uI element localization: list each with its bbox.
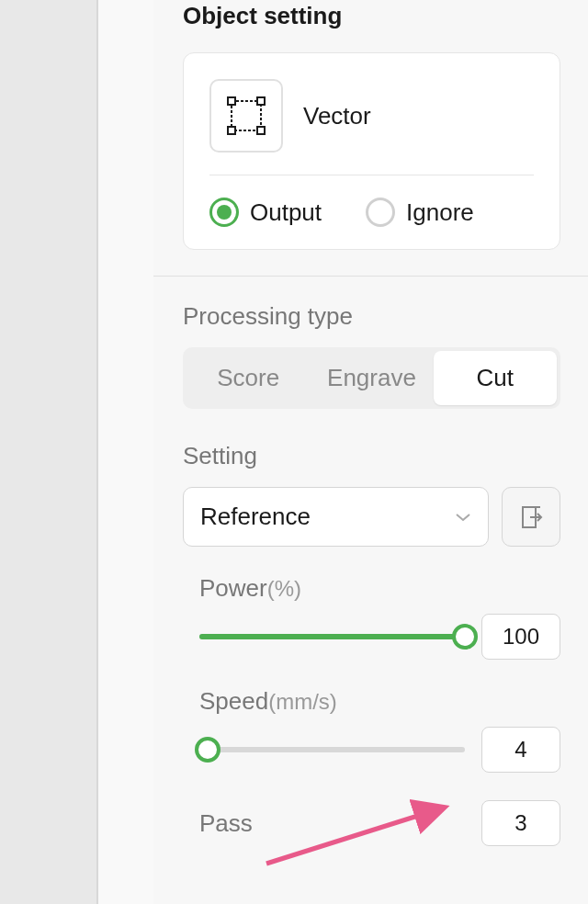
- svg-rect-1: [228, 97, 235, 105]
- speed-unit: (mm/s): [268, 689, 337, 715]
- power-slider[interactable]: [199, 634, 465, 639]
- vector-icon: [226, 96, 266, 136]
- pass-value[interactable]: 3: [481, 800, 560, 846]
- export-icon: [517, 503, 545, 531]
- radio-output-label: Output: [250, 198, 322, 227]
- reference-dropdown[interactable]: Reference: [183, 487, 489, 547]
- power-label-row: Power (%): [199, 574, 560, 603]
- pass-row: Pass 3: [199, 800, 560, 846]
- chevron-down-icon: [455, 513, 471, 522]
- radio-output[interactable]: Output: [209, 198, 322, 227]
- vector-icon-box[interactable]: [209, 79, 283, 153]
- speed-slider[interactable]: [199, 747, 465, 752]
- radio-ignore-circle: [366, 198, 395, 227]
- speed-slider-thumb[interactable]: [195, 737, 220, 763]
- output-mode-group: Output Ignore: [209, 175, 534, 227]
- radio-output-dot: [217, 205, 232, 220]
- vector-label: Vector: [303, 102, 371, 130]
- radio-ignore-label: Ignore: [406, 198, 474, 227]
- processing-type-section: Processing type Score Engrave Cut Settin…: [153, 302, 588, 846]
- seg-score[interactable]: Score: [187, 351, 310, 405]
- power-slider-fill: [199, 634, 465, 639]
- pass-label: Pass: [199, 809, 253, 838]
- power-label: Power: [199, 574, 267, 603]
- divider: [153, 276, 588, 277]
- object-setting-title: Object setting: [153, 2, 588, 30]
- svg-rect-3: [228, 127, 235, 134]
- speed-slider-row: 4: [199, 727, 560, 773]
- vector-row: Vector: [209, 79, 534, 175]
- speed-label: Speed: [199, 687, 268, 716]
- seg-cut[interactable]: Cut: [434, 351, 557, 405]
- power-value[interactable]: 100: [481, 614, 560, 660]
- svg-rect-2: [257, 97, 265, 105]
- power-unit: (%): [267, 576, 301, 602]
- power-slider-thumb[interactable]: [452, 624, 478, 650]
- svg-rect-4: [257, 127, 265, 134]
- seg-engrave[interactable]: Engrave: [310, 351, 433, 405]
- object-setting-card: Vector Output Ignore: [183, 52, 560, 250]
- setting-title: Setting: [183, 442, 560, 470]
- radio-output-circle: [209, 198, 239, 227]
- processing-type-title: Processing type: [183, 302, 560, 331]
- speed-value[interactable]: 4: [481, 727, 560, 773]
- export-settings-button[interactable]: [502, 487, 560, 547]
- processing-type-segmented: Score Engrave Cut: [183, 347, 560, 409]
- speed-label-row: Speed (mm/s): [199, 687, 560, 716]
- power-slider-row: 100: [199, 614, 560, 660]
- reference-dropdown-value: Reference: [200, 503, 311, 531]
- panel-outer: Object setting Vector: [96, 0, 588, 904]
- radio-ignore[interactable]: Ignore: [366, 198, 474, 227]
- settings-panel: Object setting Vector: [153, 0, 588, 904]
- setting-row: Reference: [183, 487, 560, 547]
- param-group: Power (%) 100 Speed (mm/s): [183, 574, 560, 846]
